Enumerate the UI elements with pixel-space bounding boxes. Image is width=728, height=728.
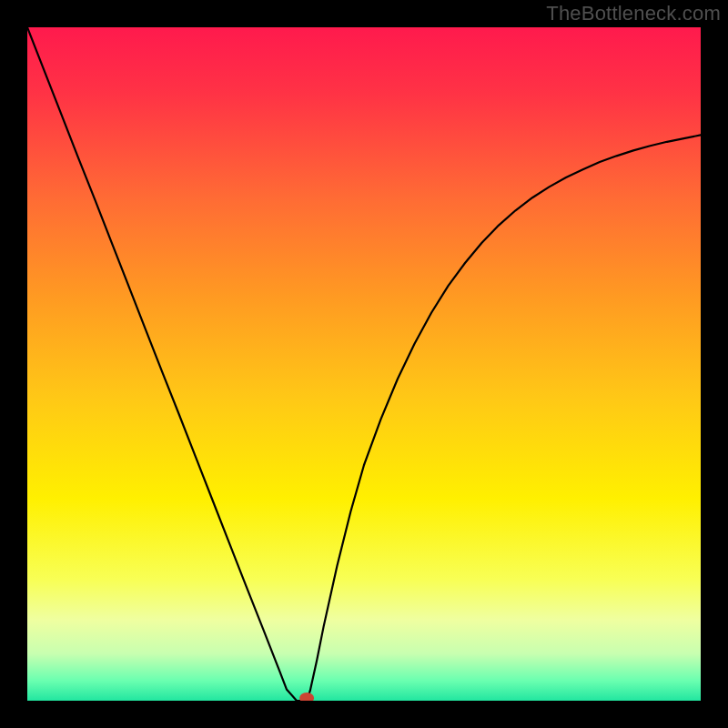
chart-frame: TheBottleneck.com xyxy=(0,0,728,728)
chart-svg xyxy=(27,27,701,701)
chart-background xyxy=(27,27,701,701)
watermark-text: TheBottleneck.com xyxy=(546,2,721,25)
plot-area xyxy=(27,27,701,701)
